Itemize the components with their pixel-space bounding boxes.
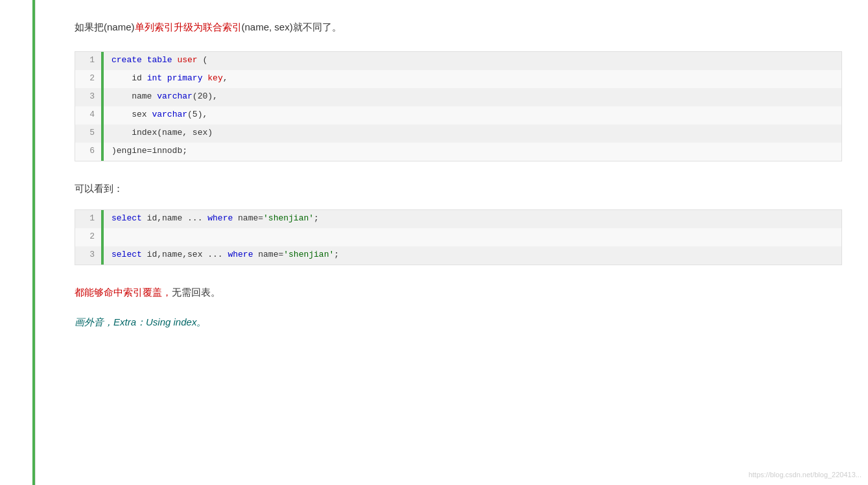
code-line-2-1: 1 select id,name ... where name='shenjia…	[75, 210, 841, 228]
extra-note: 画外音，Extra：Using index。	[75, 316, 842, 329]
line-content-1: create table user (	[111, 52, 841, 70]
line-content-4: sex varchar(5),	[111, 106, 841, 124]
line-gutter-3	[101, 88, 104, 106]
line-content-2-3: select id,name,sex ... where name='shenj…	[111, 246, 841, 265]
page-wrapper: 如果把(name)单列索引升级为联合索引(name, sex)就不同了。 1 c…	[0, 0, 868, 485]
code-line-6: 6 )engine=innodb;	[75, 143, 841, 161]
section-label: 可以看到：	[75, 181, 842, 196]
code-line-2-3: 3 select id,name,sex ... where name='she…	[75, 246, 841, 265]
line-number-1: 1	[75, 52, 101, 70]
conclusion-red: 都能够命中索引覆盖，	[75, 287, 172, 298]
intro-text-before: 如果把(name)	[75, 21, 135, 32]
code-line-2-2: 2	[75, 228, 841, 246]
intro-text-red: 单列索引升级为联合索引	[135, 21, 242, 32]
line-content-2: id int primary key,	[111, 70, 841, 88]
line-number-2: 2	[75, 70, 101, 88]
line-content-2-1: select id,name ... where name='shenjian'…	[111, 210, 841, 228]
line-number-2-3: 3	[75, 246, 101, 265]
line-gutter-6	[101, 143, 104, 161]
left-sidebar	[0, 0, 36, 485]
side-indicator	[32, 0, 35, 485]
code-block-2: 1 select id,name ... where name='shenjia…	[75, 209, 842, 265]
code-line-3: 3 name varchar(20),	[75, 88, 841, 106]
conclusion-text: 都能够命中索引覆盖，无需回表。	[75, 285, 842, 300]
line-content-6: )engine=innodb;	[111, 143, 841, 161]
code-line-4: 4 sex varchar(5),	[75, 106, 841, 124]
code-line-1: 1 create table user (	[75, 52, 841, 70]
intro-text-after: (name, sex)就不同了。	[242, 21, 342, 32]
line-gutter-2-1	[101, 210, 104, 228]
intro-paragraph: 如果把(name)单列索引升级为联合索引(name, sex)就不同了。	[75, 19, 842, 35]
content-area: 如果把(name)单列索引升级为联合索引(name, sex)就不同了。 1 c…	[36, 0, 868, 485]
line-number-3: 3	[75, 88, 101, 106]
line-gutter-2-3	[101, 246, 104, 265]
line-content-2-2	[111, 228, 841, 246]
line-content-3: name varchar(20),	[111, 88, 841, 106]
line-gutter-1	[101, 52, 104, 70]
line-gutter-2	[101, 70, 104, 88]
conclusion-black: 无需回表。	[172, 287, 220, 298]
line-gutter-4	[101, 106, 104, 124]
line-content-5: index(name, sex)	[111, 124, 841, 143]
line-number-4: 4	[75, 106, 101, 124]
watermark: https://blog.csdn.net/blog_220413...	[749, 471, 862, 479]
code-line-5: 5 index(name, sex)	[75, 124, 841, 143]
line-number-6: 6	[75, 143, 101, 161]
line-number-2-1: 1	[75, 210, 101, 228]
line-gutter-5	[101, 124, 104, 143]
code-block-1: 1 create table user ( 2 id int primary k…	[75, 51, 842, 161]
code-line-2: 2 id int primary key,	[75, 70, 841, 88]
line-number-5: 5	[75, 124, 101, 143]
line-gutter-2-2	[101, 228, 104, 246]
line-number-2-2: 2	[75, 228, 101, 246]
